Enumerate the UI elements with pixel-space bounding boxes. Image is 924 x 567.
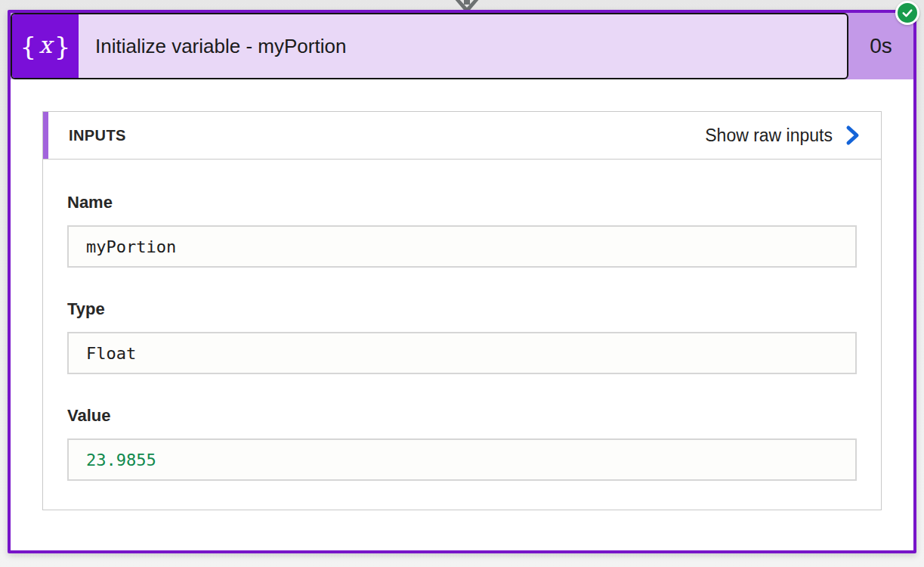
inputs-panel: INPUTS Show raw inputs Name myPortion T [42,111,882,510]
variable-icon-x: x [39,33,51,57]
field-value: Value 23.9855 [67,406,857,481]
name-value-box[interactable]: myPortion [67,225,857,268]
field-label: Type [67,299,857,319]
check-icon [901,6,914,20]
action-title-box[interactable]: { x } Initialize variable - myPortion [11,13,848,79]
field-type: Type Float [67,299,857,374]
variable-icon-brace-right: } [54,33,71,59]
action-details: INPUTS Show raw inputs Name myPortion T [11,79,913,510]
action-title: Initialize variable - myPortion [79,14,346,78]
inputs-panel-header: INPUTS Show raw inputs [43,112,881,160]
value-value-box[interactable]: 23.9855 [67,438,857,481]
status-success-icon [895,1,919,25]
inputs-accent-bar [43,112,48,159]
field-label: Value [67,406,857,426]
variable-icon-brace-left: { [20,33,37,59]
field-value: myPortion [86,237,176,256]
field-value: 23.9855 [86,451,156,469]
show-raw-inputs-label: Show raw inputs [705,125,833,146]
field-label: Name [67,193,857,212]
inputs-title: INPUTS [69,127,126,144]
variable-icon: { x } [12,14,79,78]
action-card: { x } Initialize variable - myPortion 0s… [8,10,916,553]
inputs-panel-body: Name myPortion Type Float Value 23.9855 [43,160,881,510]
type-value-box[interactable]: Float [67,332,857,374]
field-name: Name myPortion [67,193,857,268]
action-header[interactable]: { x } Initialize variable - myPortion 0s [11,13,913,79]
show-raw-inputs-link[interactable]: Show raw inputs [705,125,861,146]
chevron-right-icon [845,125,861,146]
field-value: Float [86,344,136,363]
